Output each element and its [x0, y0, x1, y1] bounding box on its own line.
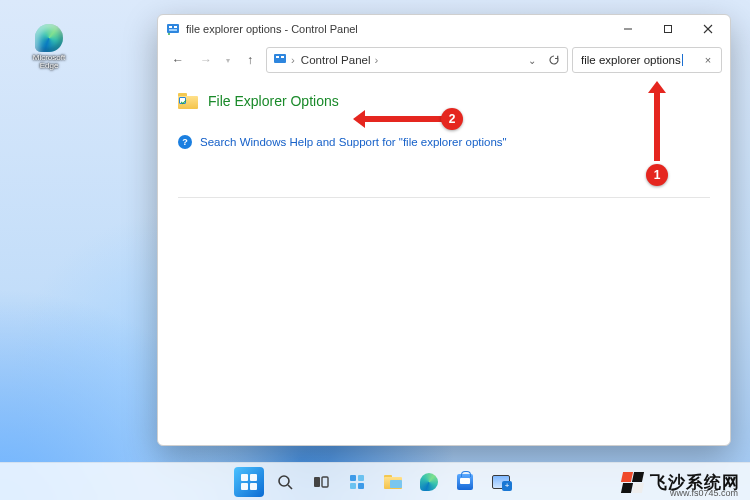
taskbar-search-button[interactable] — [270, 467, 300, 497]
annotation-arrow-2 — [363, 116, 448, 122]
window-title: file explorer options - Control Panel — [186, 23, 608, 35]
svg-rect-3 — [169, 29, 177, 31]
control-panel-icon — [166, 22, 180, 36]
result-title: File Explorer Options — [208, 93, 339, 109]
svg-rect-18 — [350, 483, 356, 489]
svg-rect-16 — [350, 475, 356, 481]
svg-rect-9 — [274, 54, 286, 63]
svg-rect-14 — [314, 477, 320, 487]
svg-rect-17 — [358, 475, 364, 481]
search-icon — [276, 473, 294, 491]
help-icon: ? — [178, 135, 192, 149]
titlebar[interactable]: file explorer options - Control Panel — [158, 15, 730, 43]
chevron-right-icon[interactable]: › — [291, 54, 295, 66]
svg-rect-10 — [276, 56, 279, 58]
file-explorer-taskbar[interactable] — [378, 467, 408, 497]
start-button[interactable] — [234, 467, 264, 497]
annotation-badge-2: 2 — [441, 108, 463, 130]
svg-point-4 — [168, 33, 170, 35]
folder-icon — [384, 475, 402, 489]
address-history-dropdown[interactable]: ⌄ — [521, 49, 543, 71]
close-button[interactable] — [688, 15, 728, 43]
nav-row: ← → ▾ ↑ › Control Panel › ⌄ file explore… — [158, 43, 730, 77]
chevron-right-icon[interactable]: › — [375, 54, 379, 66]
task-view-button[interactable] — [306, 467, 336, 497]
control-panel-window: file explorer options - Control Panel ← … — [157, 14, 731, 446]
store-icon — [457, 474, 473, 490]
recent-dropdown[interactable]: ▾ — [222, 47, 234, 73]
svg-rect-15 — [322, 477, 328, 487]
widgets-icon — [348, 473, 366, 491]
microsoft-store-taskbar[interactable] — [450, 467, 480, 497]
svg-rect-0 — [167, 24, 179, 33]
windows-icon — [241, 474, 257, 490]
snipping-tool-taskbar[interactable] — [486, 467, 516, 497]
task-view-icon — [312, 473, 330, 491]
edge-icon — [420, 473, 438, 491]
annotation-arrow-1 — [654, 91, 660, 161]
up-button[interactable]: ↑ — [238, 47, 262, 73]
result-file-explorer-options[interactable]: File Explorer Options — [178, 93, 710, 109]
refresh-button[interactable] — [543, 49, 565, 71]
svg-line-13 — [288, 485, 292, 489]
svg-rect-6 — [665, 26, 672, 33]
snip-icon — [492, 475, 510, 489]
clear-search-button[interactable]: × — [699, 51, 717, 69]
annotation-badge-1: 1 — [646, 164, 668, 186]
back-button[interactable]: ← — [166, 47, 190, 73]
search-input[interactable]: file explorer options × — [572, 47, 722, 73]
forward-button[interactable]: → — [194, 47, 218, 73]
desktop-icon-edge[interactable]: Microsoft Edge — [26, 24, 72, 71]
edge-icon — [35, 24, 63, 52]
svg-rect-2 — [174, 26, 177, 28]
help-link-text: Search Windows Help and Support for "fil… — [200, 136, 507, 148]
folder-options-icon — [178, 93, 198, 109]
watermark-logo — [622, 472, 644, 494]
breadcrumb-root[interactable]: Control Panel — [301, 54, 371, 66]
content-area: File Explorer Options ? Search Windows H… — [158, 77, 730, 445]
address-bar[interactable]: › Control Panel › ⌄ — [266, 47, 568, 73]
divider — [178, 197, 710, 198]
svg-point-12 — [279, 476, 289, 486]
minimize-button[interactable] — [608, 15, 648, 43]
widgets-button[interactable] — [342, 467, 372, 497]
desktop-icon-label: Microsoft Edge — [26, 54, 72, 71]
help-search-link[interactable]: ? Search Windows Help and Support for "f… — [178, 135, 710, 149]
control-panel-icon — [273, 52, 287, 68]
svg-rect-11 — [281, 56, 284, 58]
svg-rect-1 — [169, 26, 172, 28]
watermark-url: www.fs0745.com — [670, 488, 738, 498]
edge-taskbar[interactable] — [414, 467, 444, 497]
svg-rect-19 — [358, 483, 364, 489]
maximize-button[interactable] — [648, 15, 688, 43]
search-query-text: file explorer options — [581, 54, 699, 66]
